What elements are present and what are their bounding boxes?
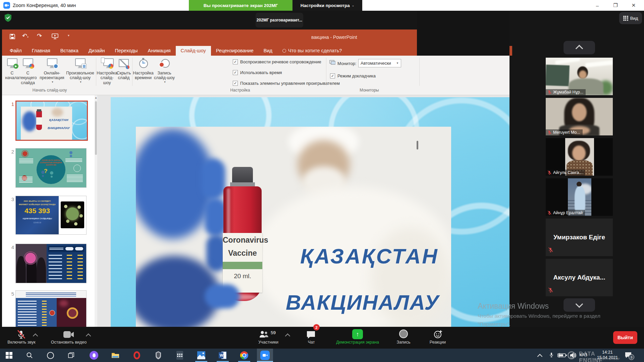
slide-thumbnail-pane: ▲ 1 ҚАЗАҚСТАН ВАКЦИНАЛАУ 2 <box>2 95 98 327</box>
participant-tile[interactable]: Жұмабай Нұр... <box>546 58 613 95</box>
checkbox-presenter-mode[interactable]: ✓ Режим докладчика <box>330 73 376 78</box>
thumbnail-scrollbar[interactable]: ▲ <box>95 95 97 327</box>
decoration <box>66 207 79 220</box>
panel-collapse-button[interactable] <box>564 41 595 54</box>
tab-view[interactable]: Вид <box>259 46 277 56</box>
search-icon[interactable] <box>22 349 37 362</box>
gallery-view-button[interactable]: Вид <box>619 12 642 24</box>
who-emblem-icon <box>73 165 81 172</box>
scrollbar-thumb[interactable] <box>95 101 97 155</box>
checkbox-use-timings[interactable]: ✓ Использовать время <box>233 70 282 75</box>
tab-insert[interactable]: Вставка <box>55 46 84 56</box>
tray-language[interactable]: КАЗ <box>580 353 587 357</box>
stop-video-button[interactable] <box>63 330 74 340</box>
opera-icon[interactable] <box>129 349 144 362</box>
photos-icon[interactable] <box>194 349 209 362</box>
undo-dropdown-icon[interactable]: ▾ <box>27 36 29 39</box>
show-media-controls-label: Показать элементы управления проигрывате… <box>240 81 340 86</box>
chrome-icon[interactable] <box>237 349 252 362</box>
tab-home[interactable]: Главная <box>27 46 55 56</box>
participants-options-chevron[interactable] <box>285 334 290 339</box>
thumbnail-slide-2[interactable]: COVID-19-ҒА ҚАРСЫ САЛЫНАТЫН ВАКЦИНА ҚАУІ… <box>15 148 87 188</box>
decoration <box>49 248 63 248</box>
checkbox-play-narrations[interactable]: ✓ Воспроизвести речевое сопровождение <box>233 59 321 64</box>
qat-customize-icon[interactable]: ▾ <box>68 34 69 37</box>
decoration <box>37 109 41 112</box>
maximize-button[interactable]: ❐ <box>608 0 623 11</box>
leave-button[interactable]: Выйти <box>613 331 637 344</box>
tab-transitions[interactable]: Переходы <box>110 46 143 56</box>
decoration <box>26 293 76 293</box>
present-online-button[interactable]: Онлайн-презентация <box>39 57 65 91</box>
close-button[interactable]: ✕ <box>626 0 641 11</box>
unmute-button[interactable] <box>16 329 26 341</box>
tab-slideshow[interactable]: Слайд-шоу <box>176 46 211 56</box>
tray-battery-icon[interactable] <box>557 353 567 359</box>
minimize-button[interactable]: – <box>590 0 605 11</box>
scroll-up-arrow[interactable]: ▲ <box>95 95 97 101</box>
thumbnail-slide-1[interactable]: ҚАЗАҚСТАН ВАКЦИНАЛАУ <box>15 101 88 141</box>
thumbnail-slide-5[interactable] <box>15 290 87 330</box>
person-icon <box>69 151 72 154</box>
from-current-slide-button[interactable]: С текущего слайда <box>17 57 38 91</box>
decoration <box>579 70 587 79</box>
world-of-tanks-icon[interactable] <box>151 349 166 362</box>
participant-tile[interactable]: Айнұр Ералтай <box>546 178 613 216</box>
undo-icon[interactable]: ↶▾ <box>22 32 29 40</box>
windows-activation-watermark-line2: "Параметры". <box>478 321 511 327</box>
redo-icon[interactable]: ↷ <box>37 32 42 40</box>
tell-me-box[interactable]: Что вы хотите сделать? <box>277 46 347 56</box>
participant-tile[interactable]: Meruyert Mo... <box>546 98 613 135</box>
calculator-icon[interactable] <box>172 349 187 362</box>
record-slideshow-button[interactable]: Запись слайд-шоу <box>154 57 175 91</box>
participant-tile[interactable]: Айгуль Санга... <box>546 138 613 176</box>
vial-label-line1: Coronavirus <box>223 236 262 245</box>
task-view-icon[interactable] <box>64 349 78 362</box>
word-icon[interactable]: W <box>215 349 230 362</box>
security-shield-icon[interactable] <box>4 13 12 23</box>
reactions-button[interactable] <box>433 329 443 340</box>
video-options-chevron[interactable] <box>86 334 91 339</box>
start-slideshow-qat-icon[interactable] <box>52 34 58 41</box>
tab-review[interactable]: Рецензирование <box>211 46 259 56</box>
participant-tile[interactable]: Умирзаков Едіге <box>546 219 613 256</box>
participant-tile[interactable]: Аксулу Абдука... <box>546 259 613 296</box>
cortana-icon[interactable] <box>43 349 58 362</box>
tab-file[interactable]: Файл <box>5 46 27 56</box>
save-icon[interactable] <box>9 34 15 41</box>
record-button[interactable] <box>399 329 408 338</box>
hide-slide-button[interactable]: Скрыть слайд <box>116 57 131 91</box>
tray-expand-chevron[interactable] <box>537 354 543 359</box>
tray-date[interactable]: 15.04.2021 <box>592 355 623 360</box>
tab-design[interactable]: Дизайн <box>84 46 110 56</box>
view-settings-button[interactable]: Настройки просмотра ⌄ <box>292 0 362 11</box>
decoration <box>223 262 262 269</box>
panel-expand-button[interactable] <box>564 298 595 312</box>
participants-button[interactable]: 59 <box>259 330 276 339</box>
start-button[interactable] <box>2 349 16 362</box>
chat-button[interactable] <box>306 330 316 341</box>
thumbnail-slide-3[interactable]: 2021 ЖЫЛҒЫ 14 СӘУІРДЕГІ МӘЛІМЕТ БОЙЫНША … <box>15 196 87 235</box>
yandex-disk-icon[interactable] <box>87 349 101 362</box>
zoom-app-icon[interactable] <box>257 349 273 362</box>
tray-time[interactable]: 14:21 <box>595 350 620 355</box>
audio-options-chevron[interactable] <box>33 334 38 339</box>
tab-animations[interactable]: Анимация <box>143 46 176 56</box>
speaking-toast: 202МГ разговаривает... <box>256 13 303 27</box>
hide-slide-icon <box>118 57 130 69</box>
mic-muted-icon <box>547 170 552 175</box>
tray-volume-icon[interactable] <box>570 352 577 360</box>
custom-slideshow-button[interactable]: Произвольное слайд-шоу <box>66 57 95 91</box>
action-center-icon[interactable]: 3 <box>625 352 632 360</box>
share-screen-button[interactable]: ↑ <box>352 329 363 339</box>
tray-mic-icon[interactable] <box>549 352 554 360</box>
virus-icon <box>25 253 36 263</box>
canvas-scrollbar-thumb[interactable] <box>417 141 418 149</box>
thumbnail-slide-4[interactable] <box>15 244 87 283</box>
custom-slideshow-icon <box>74 57 86 69</box>
monitor-dropdown[interactable]: Автоматически ▼ <box>358 59 401 67</box>
setup-slideshow-button[interactable]: Настройка слайд-шоу <box>97 57 117 91</box>
checkbox-show-media-controls[interactable]: ✓ Показать элементы управления проигрыва… <box>233 81 340 86</box>
file-explorer-icon[interactable] <box>108 349 123 362</box>
rehearse-timings-button[interactable]: Настройка времени <box>133 57 153 91</box>
